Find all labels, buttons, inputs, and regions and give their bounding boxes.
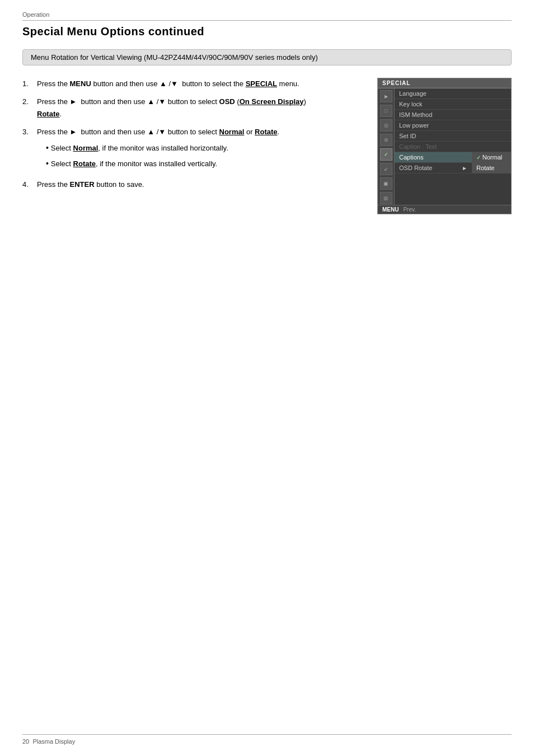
menu-bold: MENU bbox=[70, 79, 91, 88]
osd-item-ism: ISM Method bbox=[395, 110, 511, 120]
osd-normal-item: ✓ Normal bbox=[472, 152, 511, 162]
special-label: SPECIAL bbox=[246, 79, 277, 88]
footer-product: Plasma Display bbox=[32, 738, 75, 745]
bullet-rotate: Select Rotate, if the monitor was instal… bbox=[46, 157, 366, 171]
normal-text: Normal bbox=[483, 154, 502, 161]
normal-label-step3: Normal bbox=[219, 128, 245, 136]
osd-menu-content: Language Key lock ISM Method Low power S… bbox=[395, 88, 511, 205]
step-3-bullets: Select Normal, if the monitor was instal… bbox=[37, 142, 366, 171]
footer-page-product: 20 Plasma Display bbox=[22, 738, 75, 745]
osd-rotate-label: OSD Rotate bbox=[399, 165, 432, 171]
osd-icon-3: ◎ bbox=[380, 119, 392, 132]
osd-bold: OSD bbox=[219, 97, 235, 106]
section-label: Operation bbox=[22, 11, 512, 21]
osd-icons-column: ▶ □ ◎ ⊘ ✓ ↙ ▣ ▦ bbox=[378, 88, 395, 205]
osd-icon-8: ▦ bbox=[380, 192, 392, 204]
step-3-content: Press the ► button and then use ▲ /▼ but… bbox=[37, 126, 366, 173]
arrow-right-icon: ► bbox=[462, 165, 467, 171]
step-2-content: Press the ► button and then use ▲ /▼ but… bbox=[37, 96, 366, 120]
step-4: 4. Press the ENTER button to save. bbox=[22, 179, 366, 191]
osd-item-setid: Set ID bbox=[395, 131, 511, 142]
osd-icon-6: ↙ bbox=[380, 163, 392, 175]
osd-captions-row: Captions ✓ Normal bbox=[395, 152, 511, 163]
osd-icon-7: ▣ bbox=[380, 177, 392, 190]
rotate-label-step3: Rotate bbox=[255, 128, 277, 136]
step-1-content: Press the MENU button and then use ▲ /▼ … bbox=[37, 78, 366, 90]
osd-item-lowpower: Low power bbox=[395, 120, 511, 131]
osd-item-osd-rotate: OSD Rotate ► bbox=[395, 163, 472, 173]
content-area: 1. Press the MENU button and then use ▲ … bbox=[22, 78, 512, 214]
osd-screenshot: SPECIAL ▶ □ ◎ ⊘ ✓ ↙ ▣ ▦ Language Key loc… bbox=[377, 78, 512, 214]
step-3: 3. Press the ► button and then use ▲ /▼ … bbox=[22, 126, 366, 173]
instructions: 1. Press the MENU button and then use ▲ … bbox=[22, 78, 366, 196]
step-3-num: 3. bbox=[22, 126, 34, 173]
bullet-normal: Select Normal, if the monitor was instal… bbox=[46, 142, 366, 155]
osd-submenu-rotate: Rotate bbox=[472, 163, 511, 173]
osd-footer-prev: Prev. bbox=[403, 206, 416, 213]
osd-body: ▶ □ ◎ ⊘ ✓ ↙ ▣ ▦ Language Key lock ISM Me… bbox=[378, 88, 511, 205]
osd-item-caption-text: Caption : Text bbox=[395, 142, 511, 152]
page-container: Operation Special Menu Options continued… bbox=[0, 0, 534, 237]
osd-item-keylock: Key lock bbox=[395, 99, 511, 110]
enter-bold: ENTER bbox=[70, 180, 95, 189]
page-title: Special Menu Options continued bbox=[22, 25, 512, 38]
osd-item-language: Language bbox=[395, 88, 511, 99]
osd-icon-4: ⊘ bbox=[380, 134, 392, 146]
rotate-bullet-label: Rotate bbox=[73, 159, 96, 168]
osd-icon-5: ✓ bbox=[380, 148, 392, 161]
step2-period: . bbox=[59, 110, 62, 118]
osd-header: SPECIAL bbox=[378, 78, 511, 88]
step-4-content: Press the ENTER button to save. bbox=[37, 179, 366, 191]
captions-label: Captions bbox=[399, 154, 423, 161]
osd-submenu-normal: ✓ Normal bbox=[472, 152, 511, 163]
on-screen-display-label: On Screen Display bbox=[240, 97, 304, 106]
osd-rotate-item: Rotate bbox=[472, 163, 511, 173]
osd-item-captions: Captions bbox=[395, 152, 472, 163]
normal-bullet-label: Normal bbox=[73, 144, 99, 152]
step-2-num: 2. bbox=[22, 96, 34, 120]
step-1: 1. Press the MENU button and then use ▲ … bbox=[22, 78, 366, 90]
osd-footer-menu: MENU bbox=[382, 206, 399, 213]
step-2: 2. Press the ► button and then use ▲ /▼ … bbox=[22, 96, 366, 120]
osd-icon-1: ▶ bbox=[380, 90, 392, 102]
osd-icon-2: □ bbox=[380, 105, 392, 117]
step-4-num: 4. bbox=[22, 179, 34, 191]
osd-rotate-row: OSD Rotate ► Rotate bbox=[395, 163, 511, 173]
page-footer: 20 Plasma Display bbox=[22, 734, 512, 745]
check-icon: ✓ bbox=[476, 154, 483, 161]
rotate-submenu-text: Rotate bbox=[476, 165, 494, 171]
osd-footer: MENU Prev. bbox=[378, 205, 511, 214]
rotate-label-step2: Rotate bbox=[37, 110, 59, 118]
subtitle-box: Menu Rotation for Vertical Viewing (MU-4… bbox=[22, 49, 512, 65]
step-1-num: 1. bbox=[22, 78, 34, 90]
footer-page-num: 20 bbox=[22, 738, 29, 745]
